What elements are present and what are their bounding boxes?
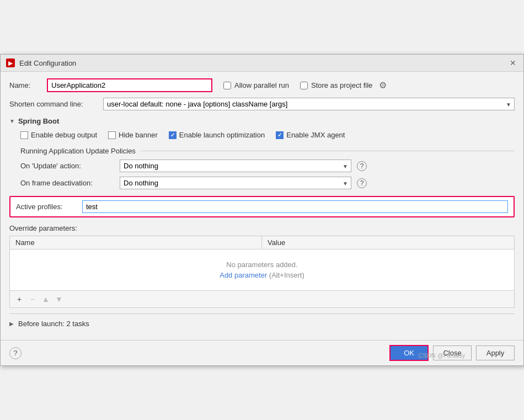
override-parameters-section: Override parameters: Name Value No param…: [9, 224, 515, 308]
on-update-row: On 'Update' action: Do nothing Update re…: [20, 160, 515, 172]
dialog-body: Name: Allow parallel run Store as projec…: [1, 72, 523, 340]
enable-debug-output-checkbox[interactable]: [20, 131, 28, 139]
override-parameters-title: Override parameters:: [9, 224, 515, 232]
active-profiles-label: Active profiles:: [16, 203, 82, 211]
spring-boot-toggle[interactable]: ▼: [9, 118, 15, 124]
on-update-label: On 'Update' action:: [20, 162, 114, 170]
update-policies-title: Running Application Update Policies: [20, 147, 515, 155]
title-bar: ▶ Edit Configuration ✕: [1, 55, 523, 72]
dialog-footer-area: ? OK Close Apply CSDN @Fantasy: [1, 340, 523, 365]
title-bar-left: ▶ Edit Configuration: [6, 59, 76, 67]
add-parameter-row: Add parameter (Alt+Insert): [21, 271, 503, 279]
allow-parallel-checkbox[interactable]: [223, 82, 231, 89]
move-down-button[interactable]: ▼: [53, 293, 65, 305]
hide-banner-label: Hide banner: [119, 131, 158, 139]
on-frame-deactivation-select[interactable]: Do nothing Update resources Update class…: [120, 177, 351, 189]
table-header-value: Value: [262, 236, 514, 249]
hide-banner-checkbox[interactable]: [108, 131, 116, 139]
spring-boot-section-header: ▼ Spring Boot: [9, 117, 515, 125]
watermark-text: CSDN @Fantasy: [418, 352, 465, 359]
hide-banner-option: Hide banner: [108, 131, 158, 139]
name-row: Name: Allow parallel run Store as projec…: [9, 78, 515, 92]
allow-parallel-group: Allow parallel run: [223, 81, 289, 89]
table-toolbar: + − ▲ ▼: [10, 290, 514, 307]
name-input[interactable]: [47, 78, 212, 92]
dialog-title: Edit Configuration: [19, 59, 76, 67]
on-frame-deactivation-select-wrapper: Do nothing Update resources Update class…: [120, 177, 351, 189]
shorten-command-select[interactable]: user-local default: none - java [options…: [103, 98, 515, 110]
before-launch-text: Before launch: 2 tasks: [18, 320, 89, 328]
enable-debug-output-option: Enable debug output: [20, 131, 97, 139]
footer-container: ? OK Close Apply CSDN @Fantasy: [9, 341, 515, 365]
before-launch-section: ▶ Before launch: 2 tasks: [9, 313, 515, 333]
add-parameter-hint: (Alt+Insert): [269, 271, 304, 279]
table-empty-area: No parameters added. Add parameter (Alt+…: [10, 249, 514, 290]
name-label: Name:: [9, 81, 42, 89]
params-table: Name Value No parameters added. Add para…: [9, 236, 515, 308]
table-header: Name Value: [10, 236, 514, 249]
active-profiles-section: Active profiles:: [9, 196, 515, 217]
active-profiles-input[interactable]: [82, 200, 508, 213]
enable-launch-optimization-option: Enable launch optimization: [169, 131, 265, 139]
store-as-project-label: Store as project file: [311, 81, 372, 89]
add-parameter-link[interactable]: Add parameter: [220, 271, 267, 279]
shorten-command-select-wrapper: user-local default: none - java [options…: [103, 98, 515, 110]
before-launch-toggle[interactable]: ▶: [9, 321, 14, 327]
active-profiles-inner: Active profiles:: [10, 197, 514, 216]
on-update-help-icon[interactable]: ?: [357, 161, 367, 171]
apply-button[interactable]: Apply: [476, 345, 515, 360]
edit-configuration-dialog: ▶ Edit Configuration ✕ Name: Allow paral…: [0, 54, 524, 366]
on-frame-deactivation-label: On frame deactivation:: [20, 179, 114, 187]
store-as-project-group: Store as project file ⚙: [300, 80, 387, 91]
allow-parallel-label: Allow parallel run: [234, 81, 289, 89]
on-frame-deactivation-row: On frame deactivation: Do nothing Update…: [20, 177, 515, 189]
spring-boot-options: Enable debug output Hide banner Enable l…: [20, 131, 515, 139]
on-update-select-wrapper: Do nothing Update resources Update class…: [120, 160, 351, 172]
update-policies-section: Running Application Update Policies On '…: [20, 147, 515, 189]
add-param-button[interactable]: +: [13, 293, 25, 305]
help-button[interactable]: ?: [9, 347, 22, 359]
enable-jmx-agent-checkbox[interactable]: [276, 131, 284, 139]
spring-boot-title: Spring Boot: [18, 117, 59, 125]
enable-launch-optimization-checkbox[interactable]: [169, 131, 177, 139]
on-frame-deactivation-help-icon[interactable]: ?: [357, 178, 367, 188]
enable-jmx-agent-option: Enable JMX agent: [276, 131, 345, 139]
shorten-command-label: Shorten command line:: [9, 100, 103, 108]
store-as-project-checkbox[interactable]: [300, 82, 308, 89]
gear-icon[interactable]: ⚙: [379, 80, 387, 91]
enable-jmx-agent-label: Enable JMX agent: [286, 131, 345, 139]
enable-debug-output-label: Enable debug output: [31, 131, 97, 139]
move-up-button[interactable]: ▲: [40, 293, 52, 305]
enable-launch-optimization-label: Enable launch optimization: [179, 131, 265, 139]
shorten-command-row: Shorten command line: user-local default…: [9, 98, 515, 110]
remove-param-button[interactable]: −: [26, 293, 39, 305]
empty-text: No parameters added.: [21, 260, 503, 269]
table-header-name: Name: [10, 236, 262, 249]
on-update-select[interactable]: Do nothing Update resources Update class…: [120, 160, 351, 172]
close-window-button[interactable]: ✕: [508, 58, 518, 68]
app-icon: ▶: [6, 59, 15, 67]
